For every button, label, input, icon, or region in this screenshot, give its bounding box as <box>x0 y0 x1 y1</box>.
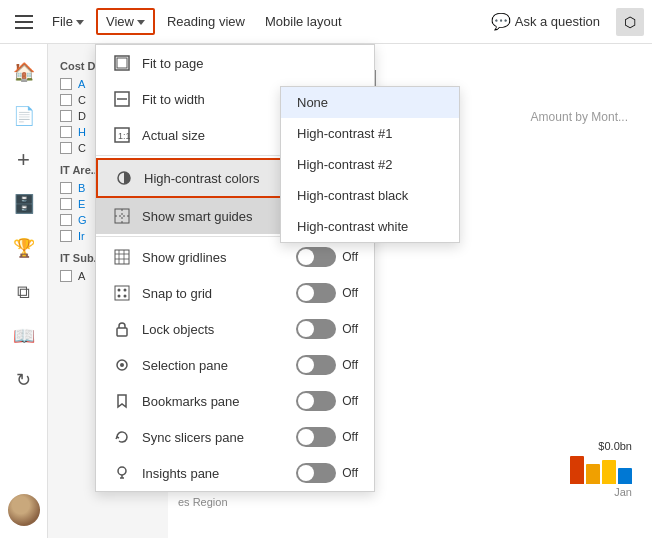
insights-toggle-label: Off <box>342 466 358 480</box>
selection-pane-label: Selection pane <box>142 358 286 373</box>
toggle-thumb <box>298 321 314 337</box>
sync-toggle-label: Off <box>342 430 358 444</box>
checkbox-a2[interactable] <box>60 270 72 282</box>
toggle-thumb <box>298 249 314 265</box>
file-menu-button[interactable]: File <box>44 10 92 33</box>
view-label: View <box>106 14 134 29</box>
submenu-hc2-label: High-contrast #2 <box>297 157 392 172</box>
checkbox-h[interactable] <box>60 126 72 138</box>
chat-icon: 💬 <box>491 12 511 31</box>
svg-point-17 <box>124 289 127 292</box>
checkbox-d[interactable] <box>60 110 72 122</box>
checkbox-e[interactable] <box>60 198 72 210</box>
user-avatar[interactable] <box>8 494 40 526</box>
fit-to-page-item[interactable]: Fit to page <box>96 45 374 81</box>
sync-toggle-switch[interactable] <box>296 427 336 447</box>
view-menu-button[interactable]: View <box>96 8 155 35</box>
ask-question-button[interactable]: 💬 Ask a question <box>483 8 608 35</box>
actual-size-icon: 1:1 <box>112 125 132 145</box>
gridlines-toggle: Off <box>296 247 358 267</box>
gridlines-item[interactable]: Show gridlines Off <box>96 239 374 275</box>
share-icon: ⬡ <box>624 14 636 30</box>
reading-view-label: Reading view <box>167 14 245 29</box>
snap-to-grid-item[interactable]: Snap to grid Off <box>96 275 374 311</box>
mobile-layout-button[interactable]: Mobile layout <box>257 10 350 33</box>
sidebar-refresh-icon[interactable]: ↻ <box>4 360 44 400</box>
svg-point-23 <box>118 467 126 475</box>
checkbox-c1[interactable] <box>60 94 72 106</box>
svg-point-16 <box>118 289 121 292</box>
sidebar-database-icon[interactable]: 🗄️ <box>4 184 44 224</box>
insights-pane-item[interactable]: Insights pane Off <box>96 455 374 491</box>
svg-point-19 <box>124 295 127 298</box>
hamburger-button[interactable] <box>8 6 40 38</box>
insights-icon <box>112 463 132 483</box>
checkbox-c2[interactable] <box>60 142 72 154</box>
snap-grid-toggle-switch[interactable] <box>296 283 336 303</box>
bookmarks-icon <box>112 391 132 411</box>
svg-rect-10 <box>115 250 129 264</box>
toggle-thumb <box>298 429 314 445</box>
submenu-hc1-item[interactable]: High-contrast #1 <box>281 118 459 149</box>
submenu-hc-black-label: High-contrast black <box>297 188 408 203</box>
chart-amount: $0.0bn <box>598 440 632 452</box>
sidebar: 🏠 📄 + 🗄️ 🏆 ⧉ 📖 ↻ <box>0 44 48 538</box>
lock-icon <box>112 319 132 339</box>
insights-pane-label: Insights pane <box>142 466 286 481</box>
checkbox-a[interactable] <box>60 78 72 90</box>
bookmarks-toggle-switch[interactable] <box>296 391 336 411</box>
contrast-icon <box>114 168 134 188</box>
submenu-hc-white-label: High-contrast white <box>297 219 408 234</box>
insights-toggle-switch[interactable] <box>296 463 336 483</box>
selection-pane-item[interactable]: Selection pane Off <box>96 347 374 383</box>
bar-orange <box>586 464 600 484</box>
lock-toggle: Off <box>296 319 358 339</box>
submenu-none-label: None <box>297 95 328 110</box>
sync-slicers-item[interactable]: Sync slicers pane Off <box>96 419 374 455</box>
snap-grid-toggle-label: Off <box>342 286 358 300</box>
reading-view-button[interactable]: Reading view <box>159 10 253 33</box>
submenu-hc-black-item[interactable]: High-contrast black <box>281 180 459 211</box>
svg-rect-1 <box>117 58 127 68</box>
snap-grid-icon <box>112 283 132 303</box>
sidebar-book-icon[interactable]: 📖 <box>4 316 44 356</box>
selection-toggle-switch[interactable] <box>296 355 336 375</box>
bar-red <box>570 456 584 484</box>
submenu-hc-white-item[interactable]: High-contrast white <box>281 211 459 242</box>
file-label: File <box>52 14 73 29</box>
svg-rect-7 <box>115 209 129 223</box>
submenu-hc2-item[interactable]: High-contrast #2 <box>281 149 459 180</box>
checkbox-g[interactable] <box>60 214 72 226</box>
region-label-2: es Region <box>178 496 228 508</box>
sidebar-home-icon[interactable]: 🏠 <box>4 52 44 92</box>
gridlines-icon <box>112 247 132 267</box>
gridlines-toggle-switch[interactable] <box>296 247 336 267</box>
sidebar-trophy-icon[interactable]: 🏆 <box>4 228 44 268</box>
bookmarks-toggle: Off <box>296 391 358 411</box>
avatar-image <box>8 494 40 526</box>
checkbox-b[interactable] <box>60 182 72 194</box>
sync-slicers-label: Sync slicers pane <box>142 430 286 445</box>
insights-toggle: Off <box>296 463 358 483</box>
toggle-thumb <box>298 465 314 481</box>
toolbar: File View Reading view Mobile layout 💬 A… <box>0 0 652 44</box>
sidebar-page-icon[interactable]: 📄 <box>4 96 44 136</box>
fit-to-page-label: Fit to page <box>142 56 358 71</box>
svg-point-22 <box>120 363 124 367</box>
toggle-thumb <box>298 357 314 373</box>
sync-icon <box>112 427 132 447</box>
svg-point-18 <box>118 295 121 298</box>
toolbar-right: 💬 Ask a question ⬡ <box>483 8 644 36</box>
smart-guides-icon <box>112 206 132 226</box>
lock-toggle-switch[interactable] <box>296 319 336 339</box>
bookmarks-pane-item[interactable]: Bookmarks pane Off <box>96 383 374 419</box>
share-button[interactable]: ⬡ <box>616 8 644 36</box>
checkbox-ir[interactable] <box>60 230 72 242</box>
lock-objects-item[interactable]: Lock objects Off <box>96 311 374 347</box>
sidebar-layers-icon[interactable]: ⧉ <box>4 272 44 312</box>
sidebar-add-icon[interactable]: + <box>4 140 44 180</box>
submenu-none-item[interactable]: None <box>281 87 459 118</box>
bookmarks-pane-label: Bookmarks pane <box>142 394 286 409</box>
selection-icon <box>112 355 132 375</box>
lock-toggle-label: Off <box>342 322 358 336</box>
